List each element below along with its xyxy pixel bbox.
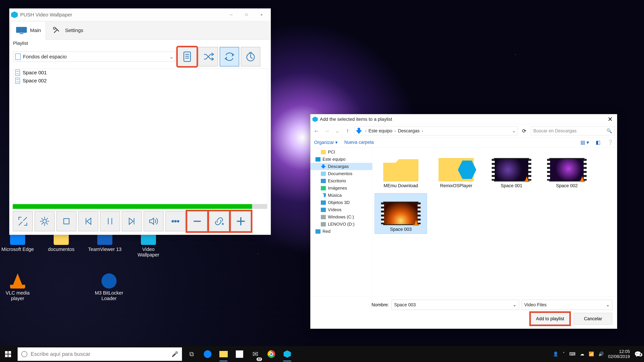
- file-dialog: Add the selected items to a playlist ✕ ←…: [310, 114, 617, 329]
- tree-node[interactable]: Objetos 3D: [310, 199, 372, 206]
- titlebar[interactable]: PUSH Video Wallpaper ― ☐ ✕: [10, 8, 271, 21]
- tree-node[interactable]: Vídeos: [310, 206, 372, 214]
- pause-button[interactable]: [100, 211, 120, 231]
- document-icon: [182, 51, 193, 62]
- prev-button[interactable]: [78, 211, 98, 231]
- repeat-button[interactable]: [220, 47, 239, 66]
- file-item[interactable]: Space 003: [375, 194, 427, 234]
- mic-icon[interactable]: 🎤: [172, 351, 178, 357]
- tray-onedrive-icon[interactable]: ☁: [580, 352, 584, 357]
- dialog-titlebar[interactable]: Add the selected items to a playlist ✕: [310, 114, 617, 124]
- close-button[interactable]: ✕: [605, 116, 615, 123]
- task-view-button[interactable]: ⧉: [184, 346, 200, 362]
- add-file-button[interactable]: [231, 211, 251, 231]
- add-to-playlist-button[interactable]: Add to playlist: [531, 313, 569, 324]
- maximize-button[interactable]: ☐: [239, 10, 254, 20]
- tab-settings[interactable]: Settings: [46, 21, 88, 40]
- playlist-select[interactable]: Fondos del espacio ⌄: [13, 52, 176, 62]
- list-item[interactable]: Space 001: [13, 68, 268, 77]
- taskbar-push[interactable]: [279, 346, 295, 362]
- up-button[interactable]: ↑: [344, 127, 351, 134]
- taskbar-chrome[interactable]: [263, 346, 279, 362]
- timer-icon: [245, 51, 256, 62]
- add-url-button[interactable]: [209, 211, 229, 231]
- obj-icon: [321, 200, 326, 205]
- file-item[interactable]: MEmu Download: [375, 150, 427, 190]
- tree-node[interactable]: LENOVO (D:): [310, 220, 372, 228]
- search-input[interactable]: Buscar en Descargas 🔍: [531, 126, 615, 135]
- tree-node[interactable]: Descargas: [310, 163, 372, 170]
- filename-input[interactable]: Space 003⌄: [392, 300, 519, 310]
- file-grid[interactable]: MEmu DownloadRemixOSPlayerSpace 001Space…: [372, 148, 617, 296]
- tree-node[interactable]: Documentos: [310, 170, 372, 177]
- file-item[interactable]: Space 002: [541, 150, 593, 190]
- tray-people-icon[interactable]: 👤: [553, 352, 558, 357]
- next-button[interactable]: [122, 211, 142, 231]
- tab-main[interactable]: Main: [11, 21, 46, 40]
- video-thumbnail: [383, 202, 418, 225]
- tree-node[interactable]: Este equipo: [310, 156, 372, 163]
- tray-volume-icon[interactable]: 🔊: [598, 352, 604, 357]
- tree-node[interactable]: Red: [310, 228, 372, 235]
- skip-back-icon: [83, 216, 94, 227]
- tabs: Main Settings: [10, 21, 271, 40]
- back-button[interactable]: ←: [313, 127, 320, 134]
- cancel-button[interactable]: Cancelar: [574, 313, 612, 324]
- file-item[interactable]: Space 001: [486, 150, 538, 190]
- volume-button[interactable]: [144, 211, 164, 231]
- folder-tree[interactable]: PCIEste equipoDescargasDocumentosEscrito…: [310, 148, 372, 296]
- breadcrumb[interactable]: › Este equipo › Descargas › ⌄: [354, 126, 518, 135]
- tree-node[interactable]: Música: [310, 192, 372, 199]
- new-folder-button[interactable]: Nueva carpeta: [344, 140, 374, 145]
- svg-point-9: [177, 220, 179, 222]
- chevron-down-icon[interactable]: ⌄: [512, 128, 516, 134]
- stop-icon: [61, 216, 72, 227]
- tray-wifi-icon[interactable]: 📶: [589, 352, 594, 357]
- timer-button[interactable]: [241, 47, 260, 66]
- doc-icon: [321, 172, 326, 176]
- view-mode-button[interactable]: ▤ ▾: [580, 140, 589, 145]
- fullscreen-button[interactable]: [13, 211, 33, 231]
- shuffle-button[interactable]: [198, 47, 218, 66]
- desktop-icon-vlc[interactable]: VLC media player: [0, 274, 35, 301]
- forward-button[interactable]: →: [323, 127, 330, 134]
- tree-node[interactable]: Escritorio: [310, 177, 372, 184]
- tree-node[interactable]: PCI: [310, 148, 372, 156]
- remove-button[interactable]: [187, 211, 207, 231]
- refresh-button[interactable]: ⟳: [520, 128, 528, 134]
- tray-expand-icon[interactable]: ˄: [563, 352, 565, 357]
- track-list[interactable]: Space 001 Space 002: [13, 68, 268, 204]
- notifications-button[interactable]: 💬 8: [634, 351, 641, 358]
- vid-icon: [321, 208, 326, 212]
- taskbar-store[interactable]: [232, 346, 247, 362]
- settings-button[interactable]: [34, 211, 55, 231]
- taskbar-mail[interactable]: ✉22: [247, 346, 263, 362]
- recent-button[interactable]: ⌄: [334, 127, 341, 134]
- file-item[interactable]: RemixOSPlayer: [430, 150, 482, 190]
- taskbar-edge[interactable]: [200, 346, 216, 362]
- controls: [10, 209, 271, 235]
- desktop-icon-m3bitlocker[interactable]: M3 BitLocker Loader: [87, 274, 131, 301]
- taskbar-explorer[interactable]: [216, 346, 232, 362]
- more-button[interactable]: [165, 211, 186, 231]
- tray-keyboard-icon[interactable]: ⌨: [569, 352, 576, 357]
- help-button[interactable]: ❔: [607, 140, 613, 145]
- tree-node[interactable]: Windows (C:): [310, 214, 372, 220]
- filetype-select[interactable]: Video Files⌄: [522, 300, 612, 310]
- svg-rect-11: [8, 351, 11, 354]
- start-button[interactable]: [0, 346, 16, 362]
- taskbar-clock[interactable]: 12:05 02/08/2019: [608, 349, 630, 359]
- drv-icon: [321, 222, 326, 226]
- playlist-manage-button[interactable]: [178, 47, 197, 66]
- organize-menu[interactable]: Organizar ▾: [314, 140, 338, 145]
- tree-node[interactable]: Imágenes: [310, 184, 372, 192]
- minimize-button[interactable]: ―: [224, 10, 239, 20]
- taskbar-search[interactable]: Escribe aquí para buscar 🎤: [18, 348, 182, 361]
- app-icon: [312, 116, 318, 122]
- list-item[interactable]: Space 002: [13, 77, 268, 85]
- close-button[interactable]: ✕: [254, 10, 269, 20]
- link-plus-icon: [214, 216, 224, 227]
- preview-pane-button[interactable]: ◧: [596, 140, 600, 145]
- progress-bar[interactable]: [13, 204, 267, 209]
- stop-button[interactable]: [56, 211, 76, 231]
